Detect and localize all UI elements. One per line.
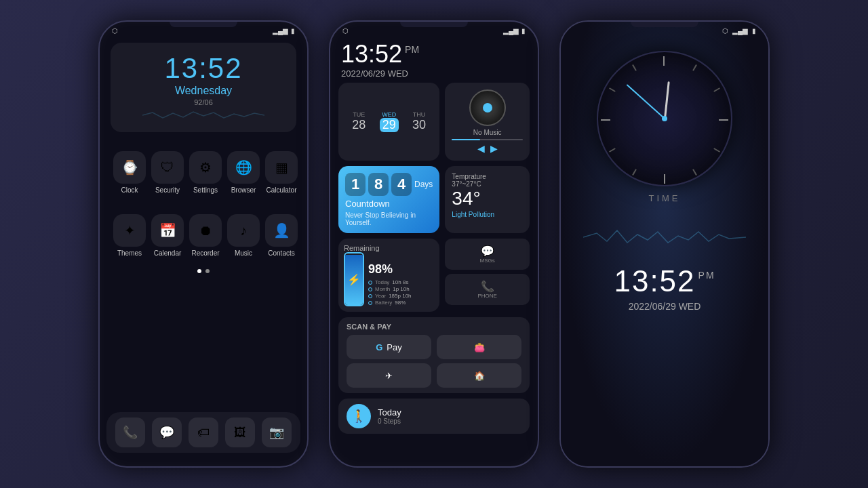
- rem-today: Today 10h 8s: [368, 279, 412, 285]
- vinyl-center: [483, 103, 492, 113]
- phone-1: ⬡ ▂▄▆ ▮ 13:52 Wednesday 92/06 ⌚ Clock: [98, 20, 309, 468]
- bluetooth-icon-3: ⬡: [722, 27, 728, 35]
- msgs-button[interactable]: 💬 MSGs: [445, 239, 530, 270]
- minute-hand: [627, 84, 665, 119]
- msgs-phone-col: 💬 MSGs 📞 PHONE: [445, 239, 530, 312]
- signal-icon-2: ▂▄▆: [503, 27, 519, 35]
- app-recorder[interactable]: ⏺ Recorder: [189, 214, 222, 257]
- dock-camera[interactable]: 📷: [262, 418, 292, 447]
- tick-6: [664, 174, 665, 184]
- app-calculator[interactable]: ▦ Calculator: [265, 151, 298, 194]
- send-icon: ✈: [385, 371, 393, 381]
- rem-year: Year 185p 10h: [368, 293, 412, 299]
- music-controls: ◀ ▶: [477, 143, 498, 154]
- app-contacts-label: Contacts: [268, 249, 294, 257]
- countdown-card: 1 8 4 Days Countdown Never Stop Believin…: [338, 166, 439, 233]
- dock-gallery[interactable]: 🖼: [225, 418, 255, 447]
- temp-range: 37°~27°C: [452, 180, 523, 188]
- phone-label: PHONE: [477, 293, 496, 299]
- cal-tue: TUE 28: [352, 111, 366, 132]
- home-button[interactable]: 🏠: [437, 363, 521, 388]
- cd-days-label: Days: [414, 180, 433, 189]
- phone-3: ⬡ ▂▄▆ ▮: [559, 20, 770, 468]
- music-card: No Music ◀ ▶: [445, 83, 530, 161]
- calculator-icon: ▦: [265, 151, 298, 184]
- dock-phone[interactable]: 📞: [115, 418, 145, 447]
- rem-month: Month 1p 10h: [368, 286, 412, 292]
- progress-fill: [452, 139, 480, 140]
- app-browser[interactable]: 🌐 Browser: [227, 151, 260, 194]
- music-label: No Music: [473, 129, 502, 136]
- phone1-screen: 13:52 Wednesday 92/06 ⌚ Clock 🛡 Security…: [100, 43, 307, 273]
- signal-icon: ▂▄▆: [273, 27, 288, 35]
- recorder-icon: ⏺: [189, 214, 222, 247]
- msgs-label: MSGs: [480, 258, 495, 264]
- gpay-button[interactable]: G Pay: [347, 335, 431, 359]
- temp-value: 34°: [452, 188, 523, 209]
- app-calculator-label: Calculator: [266, 186, 296, 194]
- steps-count: 0 Steps: [378, 418, 521, 425]
- clock-widget: 13:52 Wednesday 92/06: [111, 43, 296, 132]
- bottom-dock: 📞 💬 🏷 🖼 📷: [106, 412, 300, 453]
- dot-1: [197, 269, 201, 273]
- phone3-screen: ⬡ ▂▄▆ ▮: [561, 22, 768, 466]
- clock-time: 13:52: [121, 52, 285, 85]
- wallet-icon: 👛: [474, 342, 485, 352]
- tick-4: [713, 148, 720, 152]
- wallet-button[interactable]: 👛: [437, 335, 521, 359]
- page-dots: [106, 269, 300, 273]
- clock-label: TIME: [597, 193, 732, 203]
- app-settings-label: Settings: [193, 186, 218, 194]
- send-button[interactable]: ✈: [347, 363, 431, 388]
- battery-card: Remaining ⚡ 98% Today 10h 8s: [338, 239, 439, 312]
- remaining-rows: Today 10h 8s Month 1p 10h Year 185p 10h: [368, 279, 412, 306]
- next-button[interactable]: ▶: [490, 143, 498, 154]
- clock-center-dot: [662, 116, 667, 121]
- app-calendar[interactable]: 📅 Calendar: [151, 214, 184, 257]
- cd-num-3: 4: [391, 173, 412, 196]
- tick-3: [719, 119, 728, 121]
- prev-button[interactable]: ◀: [477, 143, 485, 154]
- app-themes[interactable]: ✦ Themes: [113, 214, 146, 257]
- phones-container: ⬡ ▂▄▆ ▮ 13:52 Wednesday 92/06 ⌚ Clock: [0, 0, 868, 488]
- cd-num-1: 1: [345, 173, 366, 196]
- app-clock-label: Clock: [121, 186, 138, 194]
- dot-2: [205, 269, 210, 273]
- tick-11: [632, 64, 637, 71]
- battery-icon: ▮: [291, 27, 295, 35]
- dock-tags[interactable]: 🏷: [189, 418, 218, 447]
- contacts-icon: 👤: [265, 214, 298, 247]
- app-settings[interactable]: ⚙ Settings: [189, 151, 222, 194]
- home-icon: 🏠: [474, 371, 485, 381]
- cal-thu: THU 30: [412, 111, 426, 132]
- analog-clock-container: TIME: [597, 51, 732, 203]
- cal-wed-num: 29: [380, 118, 399, 132]
- hour-hand: [664, 81, 670, 119]
- bluetooth-icon: ⬡: [112, 27, 118, 35]
- wave-decoration: [142, 110, 264, 120]
- music-icon: ♪: [227, 214, 260, 247]
- app-music[interactable]: ♪ Music: [227, 214, 260, 257]
- p2-header: 13:52 PM 2022/06/29 WED: [336, 37, 532, 83]
- steps-card: 🚶 Today 0 Steps: [338, 399, 530, 434]
- app-security[interactable]: 🛡 Security: [151, 151, 184, 194]
- bluetooth-icon-2: ⬡: [342, 27, 349, 35]
- tick-1: [692, 64, 697, 71]
- calendar-strip: TUE 28 WED 29 THU 30: [338, 83, 439, 161]
- app-clock[interactable]: ⌚ Clock: [113, 151, 146, 194]
- remaining-label: Remaining: [344, 244, 434, 252]
- tick-12: [663, 56, 665, 66]
- temp-title: Temprature: [452, 173, 523, 180]
- battery-percent: 98%: [368, 262, 412, 277]
- cal-wed-name: WED: [380, 111, 399, 118]
- dock-messages[interactable]: 💬: [152, 418, 182, 447]
- phone-button[interactable]: 📞 PHONE: [445, 274, 530, 305]
- steps-today: Today: [378, 407, 521, 418]
- signal-icon-3: ▂▄▆: [732, 27, 748, 35]
- countdown-label: Countdown: [345, 199, 433, 209]
- p3-big-time: 13:52 PM: [614, 264, 715, 298]
- clock-day: Wednesday: [121, 85, 285, 97]
- scan-row-2: ✈ 🏠: [347, 363, 521, 388]
- app-contacts[interactable]: 👤 Contacts: [265, 214, 298, 257]
- status-bar-3: ⬡ ▂▄▆ ▮: [561, 22, 768, 37]
